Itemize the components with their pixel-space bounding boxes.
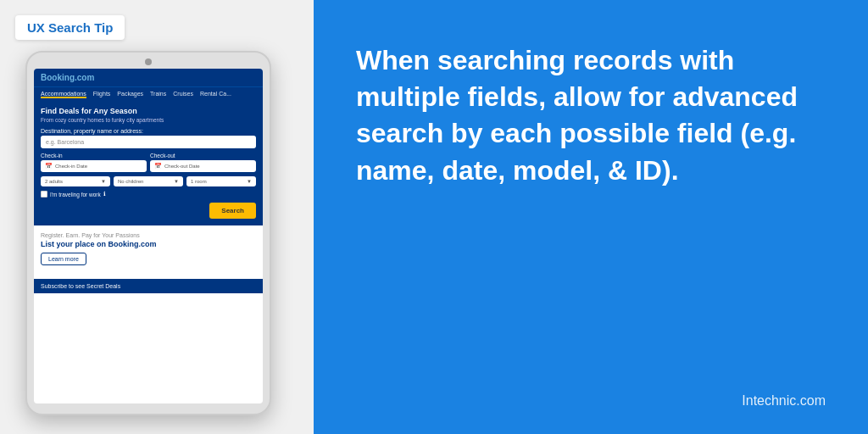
checkin-input[interactable]: 📅 Check-in Date: [41, 160, 147, 172]
booking-bottom: Register. Earn. Pay for Your Passions Li…: [34, 225, 263, 279]
booking-logo: Booking.com: [41, 73, 94, 82]
checkout-label: Check-out: [150, 153, 256, 159]
children-select[interactable]: No children ▼: [114, 176, 183, 186]
work-travel-checkbox[interactable]: [41, 191, 47, 198]
children-chevron-icon: ▼: [174, 179, 179, 184]
secret-deals-bar: Subscribe to see Secret Deals: [34, 279, 263, 293]
checkout-input[interactable]: 📅 Check-out Date: [150, 160, 256, 172]
date-row: Check-in 📅 Check-in Date Check-out 📅 Che…: [41, 153, 256, 172]
search-row: Search: [41, 203, 256, 219]
nav-accommodations[interactable]: Accommodations: [41, 91, 86, 98]
promo-tag: Register. Earn. Pay for Your Passions: [41, 232, 256, 238]
tablet-screen: Booking.com Accommodations Flights Packa…: [34, 69, 263, 403]
tablet-camera: [145, 58, 152, 65]
left-panel: UX Search Tip Booking.com Accommodations…: [0, 0, 314, 434]
booking-header: Booking.com: [34, 69, 263, 86]
tip-main-text: When searching records with multiple fie…: [356, 42, 826, 189]
nav-packages[interactable]: Packages: [117, 91, 143, 98]
adults-value: 2 adults: [45, 179, 63, 184]
rooms-chevron-icon: ▼: [247, 179, 252, 184]
destination-placeholder: e.g. Barcelona: [46, 139, 84, 145]
rooms-select[interactable]: 1 room ▼: [186, 176, 256, 186]
adults-select[interactable]: 2 adults ▼: [41, 176, 110, 186]
ux-badge-label: UX Search Tip: [27, 20, 113, 35]
search-title: Find Deals for Any Season: [41, 107, 256, 115]
nav-rental[interactable]: Rental Ca...: [200, 91, 231, 98]
rooms-value: 1 room: [191, 179, 207, 184]
destination-label: Destination, property name or address:: [41, 128, 256, 134]
work-travel-label: I'm traveling for work: [50, 192, 101, 198]
nav-cruises[interactable]: Cruises: [173, 91, 193, 98]
promo-title: List your place on Booking.com: [41, 240, 256, 248]
booking-logo-main: Booking: [41, 73, 75, 82]
search-button[interactable]: Search: [209, 203, 256, 219]
attribution-text: Intechnic.com: [356, 393, 826, 409]
calendar-icon: 📅: [45, 163, 53, 170]
checkin-label: Check-in: [41, 153, 147, 159]
checkin-box: Check-in 📅 Check-in Date: [41, 153, 147, 172]
right-panel: When searching records with multiple fie…: [314, 0, 868, 434]
tablet-device: Booking.com Accommodations Flights Packa…: [25, 51, 271, 415]
nav-flights[interactable]: Flights: [93, 91, 111, 98]
work-travel-row: I'm traveling for work ℹ: [41, 191, 256, 198]
info-icon: ℹ: [103, 191, 106, 198]
destination-input[interactable]: e.g. Barcelona: [41, 136, 256, 148]
booking-logo-com: com: [77, 73, 95, 82]
booking-nav: Accommodations Flights Packages Trains C…: [34, 86, 263, 102]
ux-badge: UX Search Tip: [15, 15, 125, 40]
nav-trains[interactable]: Trains: [150, 91, 166, 98]
secret-deals-text: Subscribe to see Secret Deals: [41, 283, 120, 289]
calendar-icon-2: 📅: [154, 163, 162, 170]
children-value: No children: [118, 179, 143, 184]
checkin-placeholder: Check-in Date: [55, 164, 87, 169]
search-subtitle: From cozy country homes to funky city ap…: [41, 117, 256, 123]
guests-row: 2 adults ▼ No children ▼ 1 room ▼: [41, 176, 256, 186]
learn-more-button[interactable]: Learn more: [41, 253, 86, 265]
checkout-box: Check-out 📅 Check-out Date: [150, 153, 256, 172]
adults-chevron-icon: ▼: [101, 179, 106, 184]
checkout-placeholder: Check-out Date: [164, 164, 200, 169]
booking-search-area: Find Deals for Any Season From cozy coun…: [34, 102, 263, 225]
